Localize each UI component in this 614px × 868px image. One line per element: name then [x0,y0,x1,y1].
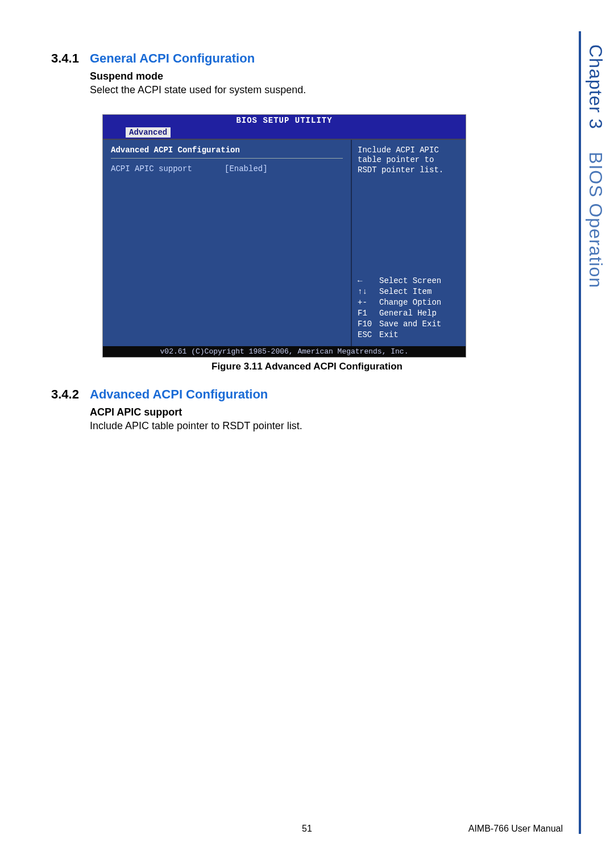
bios-left-pane: Advanced ACPI Configuration ACPI APIC su… [103,140,352,346]
section-number: 3.4.2 [51,387,90,402]
figure-caption: Figure 3.11 Advanced ACPI Configuration [51,361,563,372]
side-tab-rule [579,31,581,834]
section-heading-2: 3.4.2 Advanced ACPI Configuration [51,387,563,402]
arrows-updown-icon: ↑↓ [358,286,379,297]
bios-body: Advanced ACPI Configuration ACPI APIC su… [103,139,466,346]
bios-option-value[interactable]: [Enabled] [225,164,268,173]
bios-key-row: +-Change Option [358,297,460,308]
bios-help-line: RSDT pointer list. [358,165,460,176]
page-number: 51 [222,824,392,834]
bios-divider [111,158,343,159]
bios-key-row: ←Select Screen [358,276,460,286]
bios-right-pane: Include ACPI APIC table pointer to RSDT … [352,140,466,346]
bios-screenshot: BIOS SETUP UTILITY Advanced Advanced ACP… [102,114,466,358]
bios-key-label: Change Option [379,298,441,307]
esc-key: ESC [358,330,379,340]
side-chapter: Chapter 3 [586,44,606,130]
bios-footer: v02.61 (C)Copyright 1985-2006, American … [103,346,466,357]
bios-key-label: General Help [379,309,437,318]
bios-option-label: ACPI APIC support [111,164,225,173]
suspend-mode-label: Suspend mode [90,69,563,83]
bios-key-legend: ←Select Screen ↑↓Select Item +-Change Op… [358,276,460,340]
section-title: Advanced ACPI Configuration [90,387,268,402]
acpi-apic-label: ACPI APIC support [90,405,563,419]
bios-tab-bar: Advanced [103,126,466,139]
bios-key-row: ↑↓Select Item [358,286,460,297]
side-title: BIOS Operation [586,152,606,288]
bios-key-row: ESCExit [358,330,460,340]
bios-option-row[interactable]: ACPI APIC support [Enabled] [111,164,343,173]
page: Chapter 3 BIOS Operation 3.4.1 General A… [0,0,614,868]
arrow-left-icon: ← [358,276,379,286]
acpi-apic-desc: Include APIC table pointer to RSDT point… [90,419,563,433]
section-heading-1: 3.4.1 General ACPI Configuration [51,51,563,66]
section-2-body: ACPI APIC support Include APIC table poi… [90,405,563,433]
doc-title: AIMB-766 User Manual [392,824,563,834]
bios-key-row: F10Save and Exit [358,319,460,330]
section-title: General ACPI Configuration [90,51,255,66]
bios-key-label: Select Item [379,287,432,296]
bios-help-line: Include ACPI APIC [358,146,460,156]
bios-titlebar: BIOS SETUP UTILITY [103,115,466,126]
plusminus-icon: +- [358,297,379,308]
section-number: 3.4.1 [51,51,90,66]
bios-key-label: Select Screen [379,276,441,285]
bios-help-text: Include ACPI APIC table pointer to RSDT … [358,146,460,176]
section-1-body: Suspend mode Select the ACPI state used … [90,69,563,97]
page-footer: 51 AIMB-766 User Manual [51,824,563,834]
side-tab-label: Chapter 3 BIOS Operation [585,44,606,288]
bios-key-label: Exit [379,330,399,339]
bios-help-line: table pointer to [358,155,460,165]
suspend-mode-desc: Select the ACPI state used for system su… [90,83,563,97]
f1-key: F1 [358,308,379,319]
bios-key-label: Save and Exit [379,319,441,329]
bios-panel-heading: Advanced ACPI Configuration [111,146,343,155]
f10-key: F10 [358,319,379,330]
bios-tab-advanced[interactable]: Advanced [126,127,171,138]
bios-key-row: F1General Help [358,308,460,319]
